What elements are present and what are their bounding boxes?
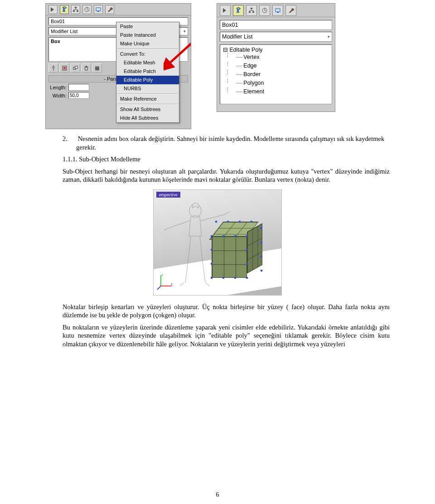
list-text: Nesnenin adını box olarak değiştirin. Sa… [76, 135, 384, 151]
menu-show-subtrees[interactable]: Show All Subtrees [116, 105, 179, 114]
hierarchy-icon[interactable] [246, 5, 257, 16]
cube-box [212, 222, 262, 281]
menu-paste[interactable]: Paste [116, 22, 179, 31]
modify-icon[interactable] [233, 5, 244, 16]
svg-rect-15 [249, 11, 251, 13]
menu-hide-subtrees[interactable]: Hide All Subtrees [116, 114, 179, 122]
motion-icon[interactable] [82, 5, 92, 14]
body-text: 2. Nesnenin adını box olarak değiştirin.… [46, 135, 390, 184]
display-icon[interactable] [272, 5, 283, 16]
modifier-stack-right[interactable]: ⊟ Editable Poly Vertex Edge Border Polyg… [220, 44, 332, 104]
section-heading: 1.1.1. Sub-Object Modelleme [63, 155, 390, 164]
length-label: Length: [48, 85, 67, 90]
width-label: Width: [48, 93, 67, 98]
wrench-icon[interactable] [285, 5, 296, 16]
command-tabs-right [217, 4, 335, 17]
modifier-list-dropdown-right[interactable]: Modifier List [220, 32, 332, 42]
motion-icon[interactable] [259, 5, 270, 16]
stack-editable-poly[interactable]: ⊟ Editable Poly [223, 46, 329, 53]
arrow-icon[interactable] [48, 5, 58, 14]
axis-gizmo-icon: z x [156, 272, 174, 292]
stack-sub-vertex[interactable]: Vertex [223, 53, 329, 62]
modifier-panel-left: Box01 Modifier List Box Parameters Lengt… [45, 3, 191, 129]
svg-text:z: z [162, 273, 164, 277]
svg-rect-2 [77, 10, 78, 12]
list-item-2: 2. Nesnenin adını box olarak değiştirin.… [46, 135, 390, 151]
modify-icon[interactable] [60, 5, 69, 14]
body-text-lower: Noktalar birleşip kenarları ve yüzeyleri… [46, 303, 390, 349]
svg-rect-5 [97, 11, 99, 12]
arrow-icon[interactable] [220, 5, 231, 16]
menu-editable-poly[interactable]: Editable Poly [116, 76, 179, 84]
arrow-annotation [164, 35, 191, 72]
paragraph-noktalar: Noktalar birleşip kenarları ve yüzeyleri… [63, 303, 390, 320]
make-unique-icon[interactable] [70, 63, 80, 73]
menu-nurbs[interactable]: NURBS [116, 84, 179, 93]
configure-icon[interactable] [92, 63, 102, 73]
section-body: Sub-Object herhangi bir nesneyi oluştura… [63, 167, 390, 184]
viewport-label: erspective [156, 192, 180, 198]
pin-icon[interactable] [48, 63, 58, 73]
stack-sub-border[interactable]: Border [223, 70, 329, 79]
svg-rect-16 [252, 11, 254, 13]
remove-mod-icon[interactable] [81, 63, 91, 73]
svg-rect-9 [75, 66, 77, 68]
svg-rect-7 [63, 67, 66, 69]
svg-rect-11 [95, 68, 99, 69]
svg-rect-18 [276, 9, 280, 12]
viewport-figure: erspective [153, 189, 282, 296]
list-number: 2. [63, 135, 76, 143]
svg-rect-12 [95, 69, 99, 70]
wrench-icon[interactable] [105, 5, 114, 14]
modifier-panel-right: Box01 Modifier List ⊟ Editable Poly Vert… [217, 3, 335, 112]
stack-sub-edge[interactable]: Edge [223, 62, 329, 70]
show-end-result-icon[interactable] [59, 63, 69, 73]
svg-rect-4 [96, 8, 101, 11]
hierarchy-icon[interactable] [71, 5, 80, 14]
command-tabs [46, 4, 191, 15]
menu-separator [117, 93, 178, 94]
svg-rect-19 [277, 12, 279, 13]
menu-make-reference[interactable]: Make Reference [116, 95, 179, 103]
svg-rect-0 [75, 7, 77, 8]
display-icon[interactable] [94, 5, 103, 14]
svg-line-23 [157, 286, 161, 290]
menu-separator [117, 104, 178, 105]
length-input[interactable] [68, 84, 89, 91]
svg-rect-14 [251, 8, 252, 9]
stack-sub-element[interactable]: Element [223, 87, 329, 96]
svg-rect-1 [73, 10, 75, 12]
svg-text:x: x [171, 282, 173, 286]
svg-line-13 [167, 39, 191, 65]
object-name-field-right[interactable]: Box01 [220, 20, 332, 30]
page-number: 6 [0, 491, 435, 499]
svg-rect-10 [95, 67, 99, 68]
paragraph-bu-noktalarin: Bu noktaların ve yüzeylerin üzerinde düz… [63, 323, 390, 349]
width-input[interactable] [68, 92, 89, 99]
stack-sub-polygon[interactable]: Polygon [223, 79, 329, 87]
